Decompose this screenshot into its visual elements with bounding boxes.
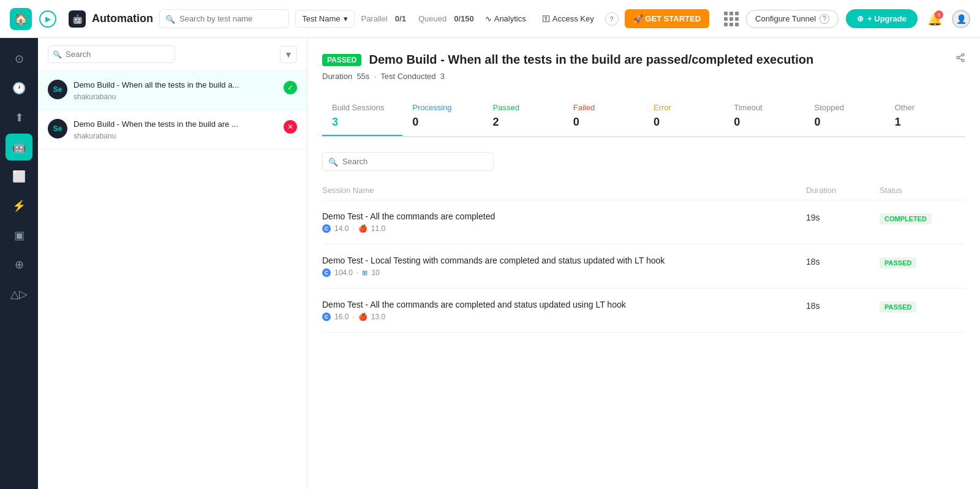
stats-col-processing[interactable]: Processing 0	[402, 96, 483, 136]
nav-forward-button[interactable]: ▶	[39, 10, 56, 28]
stats-col-failed[interactable]: Failed 0	[564, 96, 644, 136]
get-started-button[interactable]: 🚀 GET STARTED	[625, 9, 709, 28]
stats-cols: Build Sessions 3 Processing 0 Passed 2 F…	[322, 96, 965, 136]
sidebar-item-recent[interactable]: 🕐	[6, 75, 32, 102]
search-input[interactable]	[159, 9, 289, 28]
key-icon: ⚿	[542, 14, 550, 23]
svg-point-1	[957, 56, 959, 59]
plus-icon: ⊕	[857, 14, 864, 23]
build-title: Demo Build - When all the tests in the b…	[369, 53, 813, 67]
stats-col-passed[interactable]: Passed 2	[483, 96, 564, 136]
sidebar-item-add[interactable]: ⊕	[6, 251, 32, 278]
stats-col-error[interactable]: Error 0	[644, 96, 724, 136]
notifications-button[interactable]: 🔔 6	[925, 9, 944, 29]
col-session-name: Session Name	[322, 186, 806, 195]
session-info: Demo Test - Local Testing with commands …	[322, 256, 806, 277]
sidebar-item-automation[interactable]: 🤖	[6, 134, 32, 161]
col-duration: Duration	[806, 186, 880, 195]
failed-label: Failed	[573, 103, 634, 112]
build-list-search-header: 🔍 ▼	[38, 38, 307, 71]
session-meta: C 14.0 · 🍎 11.0	[322, 224, 806, 233]
browser-version: 14.0	[334, 224, 349, 233]
main-content: PASSED Demo Build - When all the tests i…	[307, 38, 980, 489]
error-value: 0	[654, 116, 714, 129]
main-layout: ⊙ 🕐 ⬆ 🤖 ⬜ ⚡ ▣ ⊕ △▷ 🔍 ▼ Se Demo Build - W…	[0, 38, 980, 489]
notifications-badge: 6	[935, 10, 943, 19]
build-item-name: Demo Build - When all the tests in the b…	[74, 80, 277, 91]
apple-icon: 🍎	[358, 224, 368, 233]
build-sessions-value: 3	[332, 116, 393, 129]
build-status-failed: ✕	[284, 120, 297, 134]
chrome-icon: C	[322, 268, 331, 277]
browser-version: 16.0	[334, 313, 349, 321]
build-item[interactable]: Se Demo Build - When all the tests in th…	[38, 71, 307, 110]
sessions-search-input[interactable]	[322, 152, 494, 171]
sidebar-item-visual[interactable]: ⬜	[6, 163, 32, 190]
upgrade-button[interactable]: ⊕ + Upgrade	[846, 9, 918, 28]
automation-icon: 🤖	[69, 10, 86, 28]
sessions-search-wrapper: 🔍	[322, 152, 494, 171]
session-status: COMPLETED	[880, 211, 965, 224]
build-search-icon: 🔍	[53, 50, 62, 59]
user-avatar[interactable]: 👤	[952, 10, 970, 28]
build-list: Se Demo Build - When all the tests in th…	[38, 71, 307, 489]
icon-sidebar: ⊙ 🕐 ⬆ 🤖 ⬜ ⚡ ▣ ⊕ △▷	[0, 38, 38, 489]
chrome-icon: C	[322, 313, 331, 321]
build-search-input[interactable]	[48, 45, 175, 63]
analytics-button[interactable]: ∿ Analytics	[480, 12, 531, 26]
other-label: Other	[895, 103, 956, 112]
session-duration: 18s	[806, 256, 880, 267]
session-meta: C 16.0 · 🍎 13.0	[322, 313, 806, 321]
filter-button[interactable]: ▼	[280, 46, 297, 63]
stats-col-build-sessions[interactable]: Build Sessions 3	[322, 96, 402, 136]
processing-value: 0	[412, 116, 473, 129]
build-sessions-label: Build Sessions	[332, 103, 393, 112]
chevron-down-icon: ▾	[344, 14, 348, 23]
sidebar-item-dashboard[interactable]: ⊙	[6, 45, 32, 72]
stopped-value: 0	[815, 116, 875, 129]
session-status: PASSED	[880, 256, 965, 268]
build-item[interactable]: Se Demo Build - When the tests in the bu…	[38, 110, 307, 150]
stats-col-timeout[interactable]: Timeout 0	[724, 96, 804, 136]
stats-col-other[interactable]: Other 1	[885, 96, 965, 136]
build-avatar: Se	[48, 80, 67, 99]
session-name: Demo Test - All the commands are complet…	[322, 211, 806, 221]
sidebar-item-lightning[interactable]: ⚡	[6, 192, 32, 219]
error-label: Error	[654, 103, 714, 112]
stats-table: Build Sessions 3 Processing 0 Passed 2 F…	[322, 96, 965, 137]
status-badge: PASSED	[880, 257, 916, 268]
status-badge: COMPLETED	[880, 213, 932, 224]
help-button[interactable]: ?	[605, 12, 619, 26]
session-meta: C 104.0 · ⊞ 10	[322, 268, 806, 277]
stats-col-stopped[interactable]: Stopped 0	[805, 96, 885, 136]
configure-help-icon: ?	[820, 14, 829, 24]
session-row[interactable]: Demo Test - Local Testing with commands …	[322, 245, 965, 289]
build-item-info: Demo Build - When the tests in the build…	[74, 119, 277, 140]
grid-icon[interactable]	[724, 12, 739, 26]
sidebar-item-upload[interactable]: ⬆	[6, 104, 32, 131]
session-row[interactable]: Demo Test - All the commands are complet…	[322, 289, 965, 333]
configure-tunnel-button[interactable]: Configure Tunnel ?	[746, 10, 839, 28]
stats-area: Parallel 0/1 Queued 0/150	[361, 14, 473, 23]
passed-badge: PASSED	[322, 54, 361, 66]
topbar: 🏠 ▶ 🤖 Automation 🔍 Test Name ▾ Parallel …	[0, 0, 980, 38]
automation-title: Automation	[92, 12, 153, 25]
test-name-dropdown[interactable]: Test Name ▾	[295, 10, 355, 28]
stopped-label: Stopped	[815, 103, 875, 112]
session-info: Demo Test - All the commands are complet…	[322, 211, 806, 233]
session-name: Demo Test - All the commands are complet…	[322, 300, 806, 309]
logo[interactable]: 🏠	[10, 8, 32, 30]
sessions-search: 🔍	[322, 152, 965, 171]
share-button[interactable]	[956, 53, 965, 65]
access-key-button[interactable]: ⚿ Access Key	[537, 12, 599, 26]
build-item-name: Demo Build - When the tests in the build…	[74, 119, 277, 130]
build-avatar: Se	[48, 119, 67, 138]
analytics-chart-icon: ∿	[485, 14, 492, 23]
fail-icon: ✕	[284, 120, 297, 134]
failed-value: 0	[573, 116, 634, 129]
sidebar-item-devices[interactable]: ▣	[6, 222, 32, 249]
sidebar-item-deploy[interactable]: △▷	[6, 281, 32, 308]
build-meta: Duration 55s · Test Conducted 3	[322, 72, 965, 81]
build-item-user: shakurabanu	[74, 132, 277, 140]
session-row[interactable]: Demo Test - All the commands are complet…	[322, 200, 965, 245]
